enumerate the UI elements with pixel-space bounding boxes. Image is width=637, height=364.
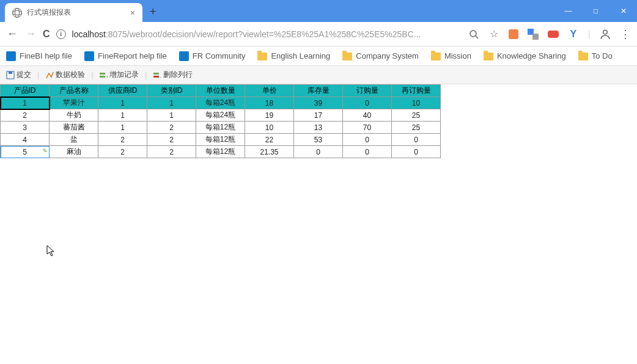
bookmark-english[interactable]: English Learning	[257, 51, 330, 60]
url-host: localhost	[72, 29, 106, 39]
url-display[interactable]: localhost:8075/webroot/decision/view/rep…	[72, 29, 462, 39]
table-row[interactable]: 4盐22每箱12瓶225300	[1, 134, 441, 146]
th-order[interactable]: 订购量	[343, 85, 392, 97]
globe-icon	[12, 8, 22, 18]
cell-name[interactable]: 蕃茄酱	[50, 122, 98, 134]
cell-stock[interactable]: 39	[294, 97, 343, 109]
verify-button[interactable]: 数据校验	[43, 68, 87, 81]
cell-name[interactable]: 牛奶	[50, 109, 98, 122]
cell-reorder[interactable]: 25	[392, 122, 441, 134]
cell-order[interactable]: 0	[343, 134, 392, 146]
svg-point-2	[603, 30, 608, 34]
cell-sup[interactable]: 2	[98, 146, 147, 158]
cell-order[interactable]: 0	[343, 97, 392, 109]
th-product-name[interactable]: 产品名称	[50, 85, 98, 97]
browser-tab[interactable]: 行式填报报表 ×	[5, 3, 142, 22]
cell-unit[interactable]: 每箱12瓶	[196, 134, 245, 146]
th-reorder[interactable]: 再订购量	[392, 85, 441, 97]
th-price[interactable]: 单价	[245, 85, 294, 97]
bookmark-knowledge[interactable]: Knowledge Sharing	[484, 51, 566, 60]
toolbar-right-icons: ☆ Y | ⋮	[468, 29, 631, 40]
cell-unit[interactable]: 每箱24瓶	[196, 97, 245, 109]
bookmark-frcommunity[interactable]: FR Community	[179, 51, 246, 61]
cell-price[interactable]: 18	[245, 97, 294, 109]
cell-stock[interactable]: 0	[294, 146, 343, 158]
reload-button[interactable]: C	[43, 29, 50, 40]
cell-price[interactable]: 19	[245, 109, 294, 122]
zoom-icon[interactable]	[468, 29, 479, 40]
ext2-icon[interactable]	[548, 31, 559, 38]
cell-sup[interactable]: 1	[98, 97, 147, 109]
translate-icon[interactable]	[528, 29, 539, 40]
bookmark-todo[interactable]: To Do	[578, 51, 613, 60]
menu-icon[interactable]: ⋮	[620, 29, 631, 40]
cell-cat[interactable]: 2	[147, 146, 196, 158]
forward-button[interactable]: →	[24, 27, 37, 40]
star-icon[interactable]: ☆	[488, 29, 499, 40]
bookmark-finebi[interactable]: FineBI help file	[6, 51, 72, 61]
th-stock[interactable]: 库存量	[294, 85, 343, 97]
window-controls: — □ ✕	[554, 2, 637, 20]
cell-name[interactable]: 麻油	[50, 146, 98, 158]
delrow-button[interactable]: - 删除列行	[150, 68, 195, 81]
back-button[interactable]: ←	[6, 27, 18, 40]
cell-unit[interactable]: 每箱24瓶	[196, 109, 245, 122]
minimize-button[interactable]: —	[554, 2, 582, 20]
cell-price[interactable]: 10	[245, 122, 294, 134]
site-info-icon[interactable]: i	[56, 29, 66, 39]
table-row[interactable]: 2牛奶11每箱24瓶19174025	[1, 109, 441, 122]
cell-name[interactable]: 盐	[50, 134, 98, 146]
cell-reorder[interactable]: 10	[392, 97, 441, 109]
cell-reorder[interactable]: 0	[392, 146, 441, 158]
cell-price[interactable]: 21.35	[245, 146, 294, 158]
cell-order[interactable]: 0	[343, 146, 392, 158]
bookmark-finereport[interactable]: FineReport help file	[84, 51, 167, 61]
cell-id[interactable]: 3	[1, 122, 50, 134]
cell-id[interactable]: 1	[1, 97, 50, 109]
cell-price[interactable]: 22	[245, 134, 294, 146]
cell-sup[interactable]: 1	[98, 122, 147, 134]
cell-id[interactable]: 2	[1, 109, 50, 122]
bookmark-company[interactable]: Company System	[342, 51, 419, 60]
table-row[interactable]: 5✎麻油22每箱12瓶21.35000	[1, 146, 441, 158]
close-button[interactable]: ✕	[609, 2, 637, 20]
cell-id[interactable]: 4	[1, 134, 50, 146]
cell-cat[interactable]: 1	[147, 97, 196, 109]
submit-button[interactable]: 提交	[4, 68, 34, 81]
cell-order[interactable]: 40	[343, 109, 392, 122]
cell-stock[interactable]: 13	[294, 122, 343, 134]
cell-sup[interactable]: 1	[98, 109, 147, 122]
ext3-icon[interactable]: Y	[568, 29, 579, 40]
cell-cat[interactable]: 1	[147, 109, 196, 122]
ext1-icon[interactable]	[509, 29, 518, 39]
table-row[interactable]: 1苹果汁11每箱24瓶1839010	[1, 97, 441, 109]
svg-rect-4	[9, 71, 12, 74]
addrow-button[interactable]: + 增加记录	[97, 68, 141, 81]
th-unit-qty[interactable]: 单位数量	[196, 85, 245, 97]
cell-sup[interactable]: 2	[98, 134, 147, 146]
cell-cat[interactable]: 2	[147, 134, 196, 146]
th-supplier-id[interactable]: 供应商ID	[98, 85, 147, 97]
cell-stock[interactable]: 17	[294, 109, 343, 122]
cell-unit[interactable]: 每箱12瓶	[196, 146, 245, 158]
profile-icon[interactable]	[600, 29, 611, 40]
bookmark-mission[interactable]: Mission	[431, 51, 471, 60]
cell-id[interactable]: 5✎	[1, 146, 50, 158]
finereport-icon	[84, 51, 94, 61]
cell-reorder[interactable]: 0	[392, 134, 441, 146]
cell-name[interactable]: 苹果汁	[50, 97, 98, 109]
th-product-id[interactable]: 产品ID	[1, 85, 50, 97]
table-row[interactable]: 3蕃茄酱12每箱12瓶10137025	[1, 122, 441, 134]
cell-unit[interactable]: 每箱12瓶	[196, 122, 245, 134]
svg-text:+: +	[106, 74, 108, 79]
svg-rect-8	[153, 73, 159, 75]
maximize-button[interactable]: □	[582, 2, 609, 20]
cell-cat[interactable]: 2	[147, 122, 196, 134]
th-category-id[interactable]: 类别ID	[147, 85, 196, 97]
cell-stock[interactable]: 53	[294, 134, 343, 146]
cell-order[interactable]: 70	[343, 122, 392, 134]
report-toolbar: 提交 | 数据校验 | + 增加记录 | - 删除列行	[0, 66, 637, 84]
tab-close-icon[interactable]: ×	[130, 8, 135, 18]
cell-reorder[interactable]: 25	[392, 109, 441, 122]
new-tab-button[interactable]: +	[150, 5, 156, 18]
